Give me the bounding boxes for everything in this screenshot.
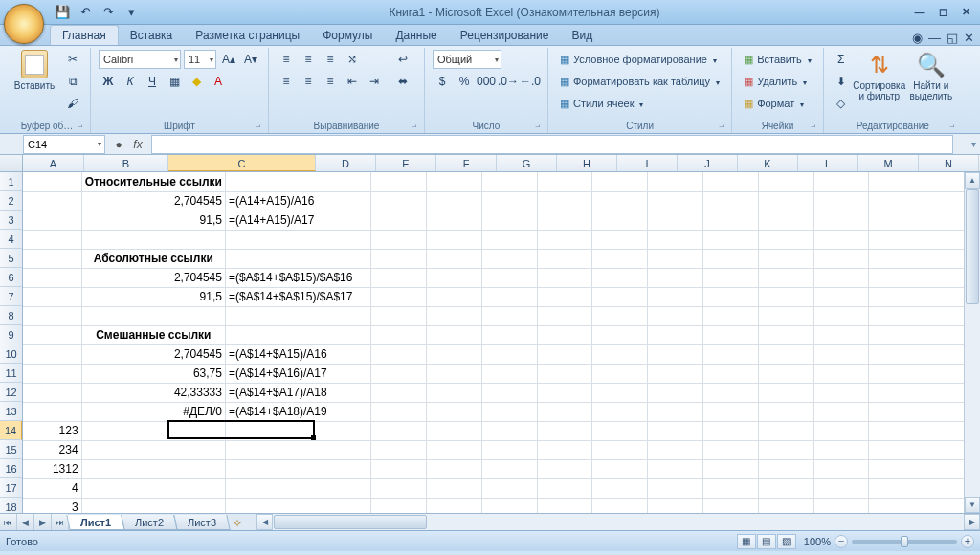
cell-H13[interactable]	[592, 402, 648, 421]
row-header-12[interactable]: 12	[0, 383, 22, 402]
cell-E6[interactable]	[427, 268, 482, 287]
bold-button[interactable]: Ж	[99, 72, 118, 91]
tab-review[interactable]: Рецензирование	[449, 26, 561, 45]
cell-I18[interactable]	[648, 498, 703, 513]
cell-F14[interactable]	[481, 421, 537, 440]
cell-C12[interactable]: =(A$14+$A17)/A18	[225, 383, 370, 402]
cell-G16[interactable]	[537, 459, 592, 478]
row-header-5[interactable]: 5	[0, 249, 22, 268]
tab-data[interactable]: Данные	[384, 26, 448, 45]
cell-E7[interactable]	[427, 287, 482, 306]
cell-L10[interactable]	[813, 344, 869, 364]
cell-G12[interactable]	[537, 383, 592, 402]
cell-M14[interactable]	[869, 421, 924, 440]
column-header-H[interactable]: H	[557, 155, 617, 171]
cell-C5[interactable]	[225, 249, 370, 268]
cell-K16[interactable]	[758, 459, 813, 478]
sheet-nav-first[interactable]: ⏮	[0, 514, 17, 530]
format-painter-button[interactable]: 🖌	[63, 94, 82, 113]
row-header-11[interactable]: 11	[0, 364, 22, 383]
row-header-9[interactable]: 9	[0, 325, 22, 344]
cell-H11[interactable]	[592, 364, 648, 383]
cell-D1[interactable]	[371, 172, 427, 191]
cell-D7[interactable]	[371, 287, 427, 306]
cell-F3[interactable]	[481, 211, 537, 230]
cell-G14[interactable]	[537, 421, 592, 440]
column-header-L[interactable]: L	[798, 155, 858, 171]
conditional-format-button[interactable]: ▦Условное форматирование	[556, 50, 724, 69]
column-header-E[interactable]: E	[376, 155, 436, 171]
cell-G4[interactable]	[537, 230, 592, 249]
doc-minimize-button[interactable]: —	[928, 31, 941, 45]
cell-H5[interactable]	[592, 249, 648, 268]
cell-K11[interactable]	[758, 364, 813, 383]
cell-D4[interactable]	[371, 230, 427, 249]
cell-L16[interactable]	[813, 459, 869, 478]
number-format-combo[interactable]: Общий	[433, 50, 501, 69]
cell-E11[interactable]	[427, 364, 482, 383]
cell-D2[interactable]	[371, 191, 427, 211]
cell-D13[interactable]	[371, 402, 427, 421]
cell-K4[interactable]	[758, 230, 813, 249]
cell-B13[interactable]: #ДЕЛ/0	[81, 402, 225, 421]
currency-button[interactable]: $	[433, 72, 452, 91]
cell-I13[interactable]	[648, 402, 703, 421]
cell-M13[interactable]	[869, 402, 924, 421]
name-box[interactable]: C14	[23, 135, 105, 154]
cell-D18[interactable]	[371, 498, 427, 513]
find-select-button[interactable]: 🔍 Найти и выделить	[908, 50, 954, 101]
column-header-B[interactable]: B	[84, 155, 168, 171]
cell-J13[interactable]	[703, 402, 759, 421]
cell-D14[interactable]	[371, 421, 427, 440]
cell-I9[interactable]	[648, 325, 703, 344]
cell-D8[interactable]	[371, 306, 427, 325]
cell-A15[interactable]: 234	[23, 440, 81, 459]
autosum-button[interactable]: Σ	[832, 50, 851, 69]
percent-button[interactable]: %	[455, 72, 474, 91]
cell-M5[interactable]	[869, 249, 924, 268]
cell-C14[interactable]	[225, 421, 370, 440]
tab-view[interactable]: Вид	[560, 26, 604, 45]
view-normal-button[interactable]: ▦	[737, 534, 756, 549]
cell-I5[interactable]	[648, 249, 703, 268]
sheet-tab-2[interactable]: Лист2	[121, 515, 177, 530]
shrink-font-button[interactable]: A▾	[241, 50, 260, 69]
cell-H7[interactable]	[592, 287, 648, 306]
cell-I12[interactable]	[648, 383, 703, 402]
cell-F18[interactable]	[481, 498, 537, 513]
vscroll-thumb[interactable]	[966, 189, 979, 304]
row-header-8[interactable]: 8	[0, 306, 22, 325]
cell-I4[interactable]	[648, 230, 703, 249]
cell-L1[interactable]	[813, 172, 869, 191]
grow-font-button[interactable]: A▴	[219, 50, 238, 69]
column-header-C[interactable]: C	[168, 155, 316, 171]
qat-redo[interactable]: ↷	[100, 4, 117, 21]
cell-B6[interactable]: 2,704545	[81, 268, 225, 287]
format-as-table-button[interactable]: ▦Форматировать как таблицу	[556, 72, 724, 91]
row-header-18[interactable]: 18	[0, 498, 22, 513]
select-all-corner[interactable]	[0, 155, 23, 171]
cell-D9[interactable]	[371, 325, 427, 344]
cell-K10[interactable]	[758, 344, 813, 364]
column-header-N[interactable]: N	[919, 155, 979, 171]
cell-F6[interactable]	[481, 268, 537, 287]
cell-C10[interactable]: =(A$14+$A15)/A16	[225, 344, 370, 364]
column-header-A[interactable]: A	[23, 155, 84, 171]
cell-A4[interactable]	[23, 230, 81, 249]
zoom-out-button[interactable]: −	[835, 535, 848, 548]
cell-B15[interactable]	[81, 440, 225, 459]
cell-A18[interactable]: 3	[23, 498, 81, 513]
cell-F8[interactable]	[481, 306, 537, 325]
cell-H4[interactable]	[592, 230, 648, 249]
align-right-button[interactable]: ≡	[321, 72, 340, 91]
cell-L14[interactable]	[813, 421, 869, 440]
cell-E17[interactable]	[427, 478, 482, 498]
cell-I10[interactable]	[648, 344, 703, 364]
cell-M18[interactable]	[869, 498, 924, 513]
cell-A5[interactable]	[23, 249, 81, 268]
column-header-F[interactable]: F	[436, 155, 497, 171]
clear-button[interactable]: ◇	[832, 94, 851, 113]
cell-M12[interactable]	[869, 383, 924, 402]
cell-I7[interactable]	[648, 287, 703, 306]
cell-J9[interactable]	[703, 325, 759, 344]
